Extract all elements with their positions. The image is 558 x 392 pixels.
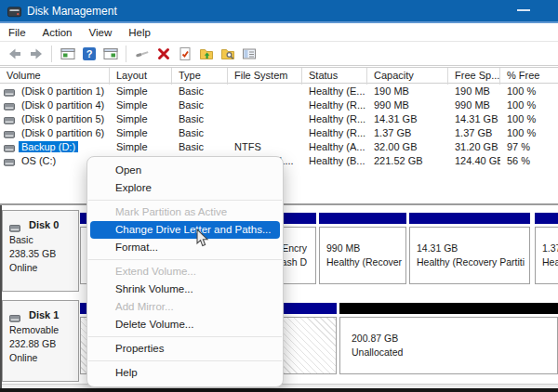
- menu-item-delete-volume[interactable]: Delete Volume...: [87, 316, 283, 333]
- disk-management-window: Disk Management File Action View Help ? …: [0, 0, 558, 392]
- window-border-bottom: [0, 388, 558, 392]
- minimize-button[interactable]: [517, 9, 530, 11]
- column-header-volume[interactable]: Volume: [0, 68, 110, 85]
- title-bar: Disk Management: [0, 0, 558, 21]
- disk-icon: [9, 312, 20, 320]
- cell-pct-free: 97 %: [500, 141, 558, 152]
- forward-icon[interactable]: [28, 46, 44, 62]
- menu-action[interactable]: Action: [34, 27, 81, 38]
- menu-bar: File Action View Help: [0, 23, 558, 42]
- cell-layout: Simple: [110, 113, 172, 124]
- partition-cell[interactable]: 1.37Heal: [535, 210, 558, 292]
- menu-separator: [88, 360, 282, 361]
- window-pane-icon[interactable]: [102, 46, 118, 62]
- menu-help[interactable]: Help: [120, 27, 159, 38]
- table-row[interactable]: (Disk 0 partition 1) Simple Basic Health…: [0, 84, 558, 98]
- partition-cell[interactable]: 14.31 GBHealthy (Recovery Partiti: [409, 210, 530, 292]
- cell-free-space: 1.37 GB: [448, 127, 500, 138]
- partition-color-bar: [319, 213, 406, 224]
- volume-table-header: Volume Layout Type File System Status Ca…: [0, 67, 558, 84]
- window-border-left: [0, 205, 2, 392]
- menu-item-open[interactable]: Open: [87, 162, 283, 179]
- volume-drive-icon: [4, 157, 15, 164]
- check-document-icon[interactable]: [177, 46, 193, 62]
- cell-file-system: NTFS: [228, 141, 302, 152]
- disk-name: Disk 0: [29, 218, 59, 232]
- column-header-capacity[interactable]: Capacity: [367, 68, 448, 85]
- disk-label-panel[interactable]: Disk 1 Removable 232.88 GB Online: [2, 300, 79, 382]
- cell-type: Basic: [172, 127, 228, 138]
- column-header-status[interactable]: Status: [302, 68, 367, 85]
- cell-capacity: 990 MB: [367, 99, 448, 111]
- column-header-type[interactable]: Type: [172, 68, 228, 85]
- back-icon[interactable]: [7, 46, 22, 62]
- partition-label-line: 200.87 GB: [352, 332, 557, 346]
- menu-item-shrink-volume[interactable]: Shrink Volume...: [87, 281, 283, 298]
- table-row[interactable]: (Disk 0 partition 4) Simple Basic Health…: [0, 98, 558, 111]
- column-header-pct-free[interactable]: % Free: [500, 68, 558, 85]
- menu-item-change-drive-letter-and-paths[interactable]: Change Drive Letter and Paths...: [90, 221, 280, 239]
- partition-color-bar: [535, 213, 558, 224]
- help-icon[interactable]: ?: [81, 46, 97, 62]
- menu-item-explore[interactable]: Explore: [87, 179, 283, 197]
- delete-icon[interactable]: [155, 46, 171, 62]
- svg-text:?: ?: [86, 48, 92, 59]
- column-header-layout[interactable]: Layout: [110, 68, 172, 85]
- partition-body: 200.87 GBUnallocated: [339, 317, 558, 374]
- disk-label-panel[interactable]: Disk 0 Basic 238.35 GB Online: [2, 210, 79, 292]
- volume-drive-icon: [4, 129, 15, 137]
- disk-kind: Removable: [9, 323, 78, 337]
- disk-size: 232.88 GB: [9, 337, 78, 351]
- partition-label-line: 14.31 GB: [417, 242, 529, 256]
- cell-status: Healthy (R...: [302, 113, 367, 124]
- table-row[interactable]: Backup (D:) Simple Basic NTFS Healthy (A…: [0, 139, 558, 153]
- window-tree-icon[interactable]: [60, 46, 75, 62]
- cell-status: Healthy (E...: [302, 85, 367, 97]
- cell-free-space: 14.31 GB: [448, 113, 500, 124]
- partition-cell[interactable]: 990 MBHealthy (Recover: [319, 210, 406, 292]
- menu-item-extend-volume: Extend Volume...: [87, 263, 283, 281]
- menu-item-mark-partition-as-active: Mark Partition as Active: [87, 203, 283, 221]
- column-header-file-system[interactable]: File System: [228, 68, 302, 85]
- column-header-free-space[interactable]: Free Sp...: [448, 68, 500, 85]
- cell-type: Basic: [172, 141, 228, 152]
- partition-label-line: 990 MB: [326, 242, 405, 256]
- toolbar-separator: [126, 46, 126, 62]
- cell-type: Basic: [172, 85, 228, 97]
- cell-pct-free: 100 %: [500, 127, 558, 138]
- menu-item-properties[interactable]: Properties: [87, 340, 283, 358]
- cell-capacity: 32.00 GB: [367, 141, 448, 152]
- partition-body: 990 MBHealthy (Recover: [319, 227, 406, 284]
- partition-color-bar: [339, 303, 558, 314]
- toolbar-separator: [51, 46, 52, 62]
- cell-capacity: 14.31 GB: [367, 113, 448, 124]
- menu-item-help[interactable]: Help: [87, 364, 283, 382]
- cell-capacity: 190 MB: [367, 85, 448, 97]
- cell-layout: Simple: [110, 141, 172, 152]
- cell-status: Healthy (A...: [302, 141, 367, 152]
- partition-label-line: 1.37: [542, 242, 558, 256]
- mouse-cursor: [196, 229, 210, 248]
- volume-name: (Disk 0 partition 6): [19, 127, 107, 138]
- folder-up-icon[interactable]: [198, 46, 214, 62]
- partition-label-line: Encry: [282, 242, 307, 256]
- tool-icon[interactable]: [134, 46, 150, 62]
- folder-search-icon[interactable]: [219, 46, 235, 62]
- partition-label-line: Healthy (Recover: [326, 255, 405, 270]
- details-icon[interactable]: [241, 46, 257, 62]
- context-menu: OpenExploreMark Partition as ActiveChang…: [86, 156, 284, 387]
- cell-type: Basic: [172, 99, 228, 111]
- menu-separator: [88, 259, 282, 260]
- menu-item-format[interactable]: Format...: [87, 239, 283, 256]
- table-row[interactable]: (Disk 0 partition 6) Simple Basic Health…: [0, 125, 558, 139]
- menu-view[interactable]: View: [81, 27, 121, 38]
- volume-name: OS (C:): [19, 155, 59, 166]
- cell-status: Healthy (R...: [302, 99, 367, 111]
- table-row[interactable]: (Disk 0 partition 5) Simple Basic Health…: [0, 111, 558, 125]
- partition-cell[interactable]: 200.87 GBUnallocated: [339, 300, 558, 382]
- volume-name: (Disk 0 partition 1): [19, 85, 107, 97]
- cell-status: Healthy (B...: [302, 155, 367, 166]
- menu-file[interactable]: File: [0, 27, 34, 38]
- menu-separator: [88, 200, 282, 201]
- disk-status: Online: [9, 261, 78, 275]
